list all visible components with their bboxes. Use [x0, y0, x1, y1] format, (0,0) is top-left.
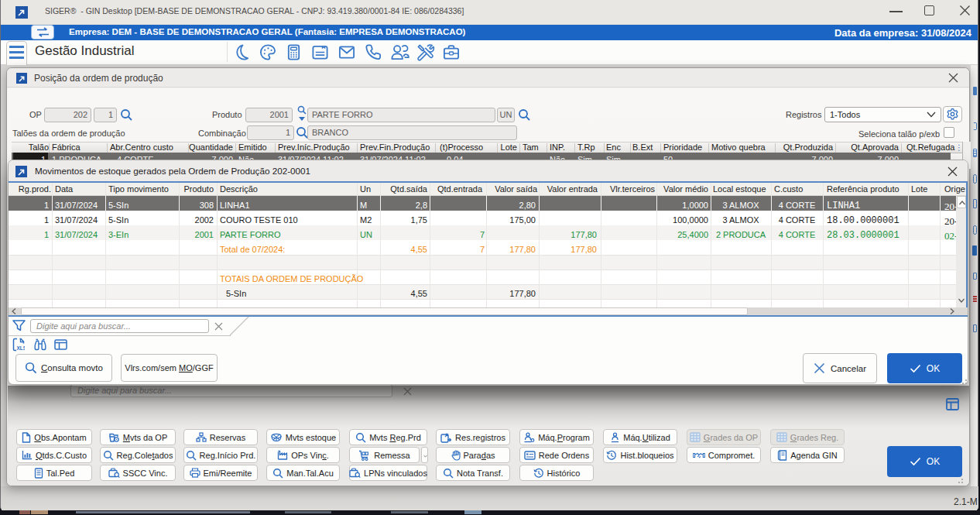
svg-text:XLS: XLS	[17, 345, 26, 351]
